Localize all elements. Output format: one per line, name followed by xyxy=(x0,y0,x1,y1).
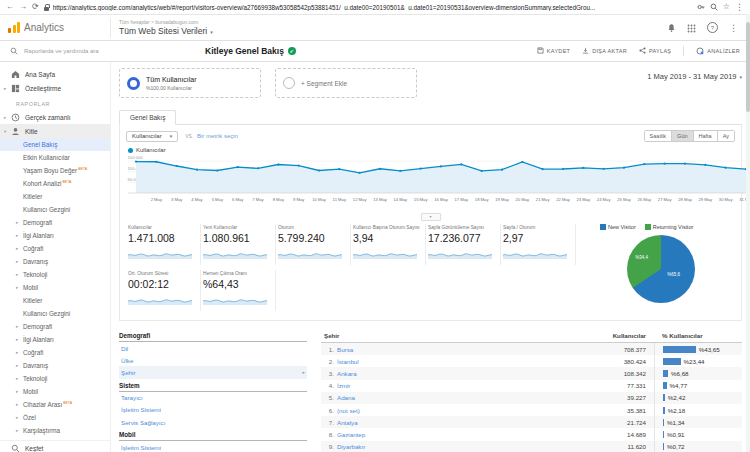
chevron-right-icon: ▸ xyxy=(16,402,23,407)
add-segment-button[interactable]: + Segment Ekle xyxy=(275,68,417,98)
metric-card-ort-oturum-suresi[interactable]: Ort. Oturum Süresi00:02:12 xyxy=(126,270,201,311)
url-text[interactable]: https://analytics.google.com/analytics/w… xyxy=(53,4,595,11)
sidebar-item-iilgi-alanlari[interactable]: ▸İlgi Alanları xyxy=(0,333,110,346)
metric-card-hemen-cikma-orani[interactable]: Hemen Çıkma Oranı%64,43 xyxy=(201,270,276,311)
sidebar-item-kitle[interactable]: ▾Kitle xyxy=(0,124,110,138)
granularity-saatlik-button[interactable]: Saatlik xyxy=(645,131,672,141)
address-bar[interactable]: https://analytics.google.com/analytics/w… xyxy=(44,4,692,11)
dimension-item-iisletim-sistemi[interactable]: İşletim Sistemi xyxy=(119,404,307,416)
metric-card-sayfa-oturum[interactable]: Sayfa / Oturum2,97 xyxy=(501,224,576,265)
sidebar-item-demografi[interactable]: ▸Demografi xyxy=(0,216,110,229)
paylas-button[interactable]: PAYLAŞ xyxy=(639,47,671,55)
granularity-hafta-button[interactable]: Hafta xyxy=(693,131,717,141)
col-header-city[interactable]: Şehir xyxy=(321,332,582,339)
city-link[interactable]: Bursa xyxy=(337,346,353,353)
sidebar-item-kullanici-gezgini[interactable]: Kullanıcı Gezgini xyxy=(0,203,110,216)
users-value: 21.724 xyxy=(582,419,646,426)
sidebar-item-kesfet[interactable]: Keşfet xyxy=(0,440,110,452)
dimension-group-sistem: Sistem xyxy=(119,379,307,392)
sidebar-item-yasam-boyu-deger[interactable]: Yaşam Boyu DeğerBETA xyxy=(0,164,110,177)
analytics-logo[interactable]: Analytics xyxy=(0,22,110,33)
city-link[interactable]: Adana xyxy=(337,394,355,401)
scrollbar-thumb[interactable] xyxy=(746,22,750,112)
tab-genel-bakis[interactable]: Genel Bakış xyxy=(119,110,176,125)
help-icon[interactable]: ? xyxy=(707,22,718,33)
metric-card-oturum[interactable]: Oturum5.799.240 xyxy=(276,224,351,265)
scrollbar[interactable] xyxy=(746,14,750,452)
sidebar-item-etkin-kullanicilar[interactable]: Etkin Kullanıcılar xyxy=(0,151,110,164)
sidebar-item-davranis[interactable]: ▸Davranış xyxy=(0,255,110,268)
dimension-item-dil[interactable]: Dil xyxy=(119,342,307,354)
city-link[interactable]: (not set) xyxy=(337,407,360,414)
sidebar-item-karsilastirma[interactable]: ▸Karşılaştırma xyxy=(0,424,110,437)
dimension-item-tarayici[interactable]: Tarayıcı xyxy=(119,392,307,404)
metric-card-kullanici-basina-oturum-sayisi[interactable]: Kullanıcı Başına Oturum Sayısı3,94 xyxy=(351,224,426,265)
granularity-gun-button[interactable]: Gün xyxy=(671,131,692,141)
city-link[interactable]: Antalya xyxy=(337,419,358,426)
sidebar-item-mobil[interactable]: ▸Mobil xyxy=(0,385,110,398)
sidebar-item-cografi[interactable]: ▸Coğrafi xyxy=(0,346,110,359)
sidebar-item-kohort-analizi[interactable]: Kohort AnaliziBETA xyxy=(0,177,110,190)
city-link[interactable]: İzmir xyxy=(337,382,350,389)
sidebar-item-genel-bakis[interactable]: Genel Bakış xyxy=(0,138,110,151)
key-icon[interactable] xyxy=(697,3,705,11)
col-header-pct-users[interactable]: % Kullanıcılar xyxy=(654,332,742,339)
more-menu-icon[interactable]: ⋮ xyxy=(729,23,738,33)
sidebar-item-iilgi-alanlari[interactable]: ▸İlgi Alanları xyxy=(0,229,110,242)
sidebar-item-ana-sayfa[interactable]: Ana Sayfa xyxy=(0,67,110,81)
sidebar-item-kitleler[interactable]: Kitleler xyxy=(0,294,110,307)
users-value: 39.227 xyxy=(582,394,646,401)
pie-legend-new-visitor[interactable]: New Visitor xyxy=(600,224,636,230)
sidebar-item-davranis[interactable]: ▸Davranış xyxy=(0,359,110,372)
granularity-ay-button[interactable]: Ay xyxy=(717,131,734,141)
property-name[interactable]: Tüm Web Sitesi Verileri▾ xyxy=(119,26,213,36)
disa-aktar-button[interactable]: DIŞA AKTAR xyxy=(582,47,627,55)
sidebar-item-teknoloji[interactable]: ▸Teknoloji xyxy=(0,268,110,281)
segment-all-users[interactable]: Tüm Kullanıcılar %100,00 Kullanıcılar xyxy=(119,68,261,98)
dimension-item-servis-saglayici[interactable]: Servis Sağlayıcı xyxy=(119,416,307,428)
zoom-icon[interactable] xyxy=(710,3,718,11)
sidebar-item-mobil[interactable]: ▸Mobil xyxy=(0,281,110,294)
metric-card-yeni-kullanicilar[interactable]: Yeni Kullanıcılar1.080.961 xyxy=(201,224,276,265)
chart-pager[interactable]: ▾ xyxy=(421,213,441,221)
city-link[interactable]: Gaziantep xyxy=(337,431,365,438)
metric-select[interactable]: Kullanıcılar▾ xyxy=(126,131,178,142)
metric-card-kullanicilar[interactable]: Kullanıcılar1.471.008 xyxy=(126,224,201,265)
city-link[interactable]: Diyarbakır xyxy=(337,443,365,450)
sidebar-item-ozel[interactable]: ▸Özel xyxy=(0,411,110,424)
sidebar-item-kullanici-gezgini[interactable]: Kullanıcı Gezgini xyxy=(0,307,110,320)
city-link[interactable]: Ankara xyxy=(337,370,357,377)
back-icon[interactable]: ← xyxy=(6,3,14,11)
sparkline-chart xyxy=(503,250,567,259)
property-selector[interactable]: Tüm hesaplar > bursadabugun.com Tüm Web … xyxy=(110,18,213,38)
sidebar-item-cografi[interactable]: ▸Coğrafi xyxy=(0,242,110,255)
visitor-pie-chart[interactable]: %65,6%34,4 xyxy=(627,235,695,303)
col-header-users[interactable]: Kullanıcılar xyxy=(582,332,646,339)
sidebar-item-gercek-zamanli[interactable]: ▸Gerçek zamanlı xyxy=(0,110,110,124)
dimension-item-sehir[interactable]: Şehir▸ xyxy=(119,366,307,378)
users-line-chart[interactable]: 50.000100.000150.0002 May3 May4 May5 May… xyxy=(126,153,750,208)
vs-label: VS. xyxy=(185,134,193,139)
kaydet-button[interactable]: KAYDET xyxy=(537,47,570,55)
sidebar-item-ozellestirme[interactable]: ▸Özelleştirme xyxy=(0,81,110,95)
bookmark-star-icon[interactable]: ☆ xyxy=(723,3,730,11)
sidebar-item-cihazlar-arasi[interactable]: ▸Cihazlar ArasıBETA xyxy=(0,398,110,411)
city-link[interactable]: İstanbul xyxy=(337,358,359,365)
apps-grid-icon[interactable] xyxy=(687,19,696,37)
date-range-picker[interactable]: 1 May 2019 - 31 May 2019▾ xyxy=(647,68,742,81)
table-row-gaziantep: 8.Gaziantep14.689%0,91 xyxy=(321,428,742,440)
dimension-item-iisletim-sistemi[interactable]: İşletim Sistemi xyxy=(119,441,307,452)
sidebar-item-teknoloji[interactable]: ▸Teknoloji xyxy=(0,372,110,385)
sidebar-item-kitleler[interactable]: Kitleler xyxy=(0,190,110,203)
search-input[interactable]: Raporlarda ve yardımda ara xyxy=(0,47,205,55)
sidebar-item-demografi[interactable]: ▸Demografi xyxy=(0,320,110,333)
dimension-item-ulke[interactable]: Ülke xyxy=(119,354,307,366)
browser-menu-icon[interactable]: ⋮ xyxy=(735,2,744,12)
pie-legend-returning-visitor[interactable]: Returning Visitor xyxy=(645,224,694,230)
metric-card-sayfa-goruntuleme-sayisi[interactable]: Sayfa Görüntüleme Sayısı17.236.077 xyxy=(426,224,501,265)
forward-icon[interactable]: → xyxy=(19,3,27,11)
analiizler-button[interactable]: ANALİZLER xyxy=(696,47,740,56)
compare-metric-select[interactable]: Bir metrik seçin xyxy=(197,133,238,139)
refresh-icon[interactable]: ⟳ xyxy=(32,3,39,11)
notifications-bell-icon[interactable] xyxy=(667,19,676,37)
